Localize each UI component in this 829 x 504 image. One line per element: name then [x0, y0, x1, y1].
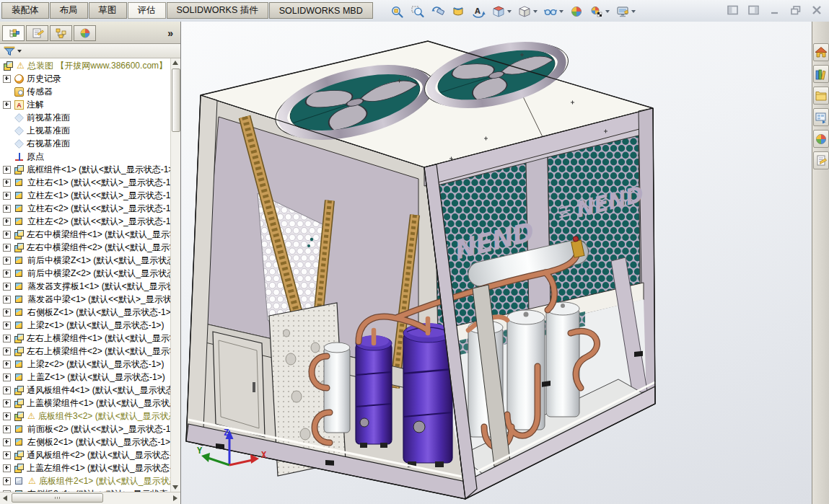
- featuremanager-tab[interactable]: [2, 25, 25, 41]
- display-style-icon[interactable]: [514, 1, 540, 21]
- feature-tree-item[interactable]: 原点: [0, 150, 171, 163]
- expand-icon[interactable]: [3, 348, 11, 355]
- feature-tree-item[interactable]: 前后中横梁Z<1> (默认<默认_显示状态-1>): [0, 254, 171, 267]
- file-explorer-icon[interactable]: [813, 87, 829, 105]
- feature-tree-item[interactable]: 通风板组件4<1> (默认<默认_显示状态-1>): [0, 384, 171, 397]
- design-library-icon[interactable]: [813, 65, 829, 83]
- graphics-area[interactable]: NEND NEND: [181, 22, 812, 504]
- command-tab[interactable]: SOLIDWORKS MBD: [269, 2, 373, 19]
- feature-tree-item[interactable]: 左侧板2<1> (默认<默认_显示状态-1>): [0, 436, 171, 448]
- scroll-down-icon[interactable]: [172, 485, 178, 490]
- dropdown-caret-icon[interactable]: [631, 10, 636, 13]
- feature-tree-item[interactable]: 底板组件2<1> (默认<默认_显示状态-1>): [0, 474, 171, 487]
- view-orientation-icon[interactable]: [488, 1, 514, 21]
- expand-icon[interactable]: [3, 257, 11, 265]
- expand-icon[interactable]: [3, 192, 11, 200]
- feature-tree-item[interactable]: 前视基准面: [0, 111, 171, 124]
- toggle-left-pane-icon[interactable]: [727, 4, 740, 15]
- feature-tree-item[interactable]: 上盖左组件<1> (默认<默认_显示状态-1>): [0, 461, 171, 474]
- feature-tree-item[interactable]: 上梁z<1> (默认<默认_显示状态-1>): [0, 319, 171, 332]
- displaymanager-tab[interactable]: [74, 25, 96, 41]
- expand-icon[interactable]: [3, 425, 11, 433]
- feature-tree-item[interactable]: 底板组件3<2> (默认<默认_显示状态-1>): [0, 410, 171, 423]
- expand-icon[interactable]: [3, 335, 11, 342]
- panel-tab-overflow[interactable]: »: [162, 27, 178, 39]
- tree-vertical-scrollbar[interactable]: [170, 58, 180, 492]
- filter-caret-icon[interactable]: [17, 50, 22, 53]
- feature-tree-item[interactable]: 前面板<2> (默认<<默认>_显示状态-1>): [0, 423, 171, 436]
- horizontal-scroll-thumb[interactable]: [12, 493, 103, 503]
- feature-tree-item[interactable]: 左右中横梁组件<2> (默认<默认_显示状态-1>): [0, 241, 171, 254]
- feature-tree-item[interactable]: 通风板组件<2> (默认<默认_显示状态-1>): [0, 448, 171, 461]
- previous-view-icon[interactable]: [428, 1, 448, 21]
- edit-appearance-icon[interactable]: [566, 1, 587, 21]
- scroll-right-icon[interactable]: [173, 495, 177, 501]
- feature-tree-item[interactable]: 立柱右<2> (默认<<默认>_显示状态-1>): [0, 202, 171, 215]
- feature-tree-item[interactable]: 左右中横梁组件<1> (默认<默认_显示状态-1>): [0, 228, 171, 241]
- feature-tree-item[interactable]: 左右上横梁组件<1> (默认<默认_显示状态-1>): [0, 332, 171, 345]
- toggle-right-pane-icon[interactable]: [747, 4, 760, 15]
- feature-tree-item[interactable]: 上梁z<2> (默认<默认_显示状态-1>): [0, 358, 171, 371]
- chiller-3d-model[interactable]: NEND NEND: [181, 22, 812, 504]
- access-door[interactable]: [213, 332, 265, 437]
- feature-tree-item[interactable]: 注解: [0, 98, 171, 111]
- home-icon[interactable]: [813, 43, 829, 61]
- expand-icon[interactable]: [3, 438, 11, 446]
- expand-icon[interactable]: [3, 283, 11, 291]
- expand-icon[interactable]: [3, 322, 11, 330]
- filter-funnel-icon[interactable]: [4, 46, 15, 56]
- feature-tree-item[interactable]: 历史记录: [0, 72, 171, 85]
- command-tab[interactable]: 装配体: [1, 2, 49, 19]
- feature-tree-item[interactable]: 蒸发器支撑板1<1> (默认<默认_显示状态-1>): [0, 280, 171, 293]
- expand-icon[interactable]: [3, 101, 11, 109]
- expand-icon[interactable]: [3, 451, 11, 459]
- apply-scene-icon[interactable]: [587, 1, 613, 21]
- expand-icon[interactable]: [3, 244, 11, 252]
- expand-icon[interactable]: [3, 464, 11, 472]
- rotate-view-icon[interactable]: A: [468, 1, 488, 21]
- expand-icon[interactable]: [3, 296, 11, 304]
- zoom-to-fit-icon[interactable]: [387, 1, 408, 21]
- expand-icon[interactable]: [3, 270, 11, 278]
- command-tab[interactable]: 评估: [128, 2, 166, 19]
- feature-tree-item[interactable]: 底框组件<1> (默认<默认_显示状态-1>): [0, 163, 171, 176]
- expand-icon[interactable]: [3, 386, 11, 394]
- scroll-left-icon[interactable]: [3, 495, 7, 501]
- appearances-icon[interactable]: [813, 130, 829, 148]
- view-settings-icon[interactable]: [613, 1, 639, 21]
- command-tab[interactable]: SOLIDWORKS 插件: [167, 2, 268, 19]
- hide-show-items-icon[interactable]: [540, 1, 566, 21]
- custom-properties-icon[interactable]: [813, 151, 829, 169]
- command-tab[interactable]: 布局: [50, 2, 88, 19]
- tree-horizontal-scrollbar[interactable]: [0, 492, 180, 504]
- dropdown-caret-icon[interactable]: [605, 10, 610, 13]
- feature-tree-item[interactable]: 右侧板Z<1> (默认<默认_显示状态-1>): [0, 306, 171, 319]
- expand-icon[interactable]: [3, 309, 11, 317]
- expand-icon[interactable]: [3, 205, 11, 213]
- expand-icon[interactable]: [3, 231, 11, 239]
- feature-tree-item[interactable]: 传感器: [0, 85, 171, 98]
- expand-icon[interactable]: [3, 166, 11, 174]
- expand-icon[interactable]: [3, 179, 11, 187]
- section-view-icon[interactable]: [448, 1, 468, 21]
- feature-tree-item[interactable]: 上盖横梁组件<1> (默认<默认_显示状态-1>): [0, 397, 171, 410]
- restore-down-icon[interactable]: [789, 4, 802, 15]
- vertical-scroll-thumb[interactable]: [172, 68, 180, 132]
- dropdown-caret-icon[interactable]: [559, 10, 563, 13]
- propertymanager-tab[interactable]: [26, 25, 48, 41]
- feature-tree-item[interactable]: 前后中横梁Z<2> (默认<默认_显示状态-1>): [0, 267, 171, 280]
- feature-tree-item[interactable]: 左右上横梁组件<2> (默认<默认_显示状态-1>): [0, 345, 171, 358]
- expand-icon[interactable]: [3, 75, 11, 83]
- expand-icon[interactable]: [3, 399, 11, 407]
- command-tab[interactable]: 草图: [89, 2, 127, 19]
- feature-tree-item[interactable]: 蒸发器中梁<1> (默认<<默认>_显示状态-1>): [0, 293, 171, 306]
- feature-tree-root[interactable]: 总装图 【开拔网www.386600.com】: [0, 59, 171, 72]
- expand-icon[interactable]: [3, 218, 11, 226]
- feature-tree-item[interactable]: 立柱左<2> (默认<<默认>_显示状态-1>): [0, 215, 171, 228]
- expand-icon[interactable]: [3, 477, 11, 485]
- dropdown-caret-icon[interactable]: [507, 10, 512, 13]
- feature-tree-item[interactable]: 上视基准面: [0, 124, 171, 137]
- compressor-2[interactable]: [403, 323, 452, 467]
- feature-tree-item[interactable]: 立柱右<1> (默认<<默认>_显示状态-1>): [0, 176, 171, 189]
- expand-icon[interactable]: [3, 412, 11, 420]
